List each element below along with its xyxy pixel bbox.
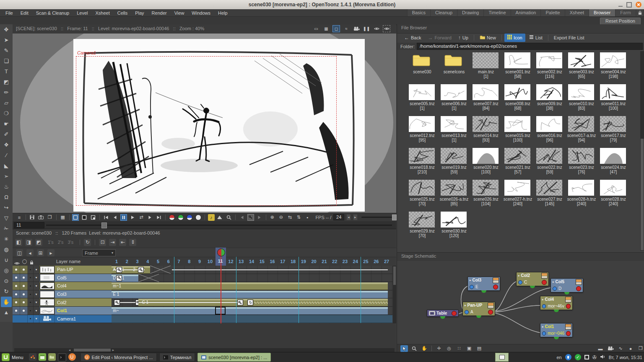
snapshot-icon[interactable] bbox=[38, 214, 44, 221]
layer-lock-toggle[interactable] bbox=[28, 266, 34, 274]
prev-key-button[interactable] bbox=[239, 214, 245, 221]
maximize-button[interactable] bbox=[626, 2, 632, 8]
last-frame-button[interactable] bbox=[156, 214, 162, 221]
schematic-hand-icon[interactable]: ✋ bbox=[421, 345, 428, 352]
layer-name[interactable]: Col3 bbox=[55, 290, 112, 298]
file-item[interactable]: scene021.tnz[57] bbox=[502, 147, 534, 178]
cell-range[interactable] bbox=[112, 282, 388, 290]
layer-row-col5[interactable]: ▾Col5 bbox=[13, 274, 112, 282]
room-tab-browser[interactable]: Browser bbox=[589, 9, 615, 16]
ruler-frame-12[interactable]: 12 bbox=[226, 259, 236, 264]
layer-row-pan-up[interactable]: ▾Pan-UP bbox=[13, 266, 112, 274]
ruler-frame-5[interactable]: 5 bbox=[153, 259, 163, 264]
freeze-icon[interactable]: ❚❚ bbox=[363, 25, 370, 32]
layer-name[interactable]: Col2 bbox=[55, 298, 112, 306]
camera-view-mode-button[interactable] bbox=[72, 214, 79, 221]
ruler-frame-18[interactable]: 18 bbox=[288, 259, 298, 264]
ruler-frame-15[interactable]: 15 bbox=[257, 259, 267, 264]
input-port[interactable] bbox=[470, 285, 474, 289]
fit-view-icon[interactable]: ▣ bbox=[465, 345, 473, 352]
folder-path-field[interactable]: /home/konstantin/1-work/morevna-ep02/sce… bbox=[417, 43, 643, 50]
file-item[interactable]: scene008.tnz[68] bbox=[502, 83, 534, 115]
menu-help[interactable]: Help bbox=[214, 10, 231, 16]
ruler-frame-6[interactable]: 6 bbox=[164, 259, 174, 264]
step-3's[interactable]: 3's bbox=[68, 240, 73, 245]
shield-tray-icon[interactable] bbox=[565, 354, 571, 360]
ruler-frame-14[interactable]: 14 bbox=[247, 259, 257, 264]
viewer-zoom-button[interactable] bbox=[226, 214, 232, 221]
ruler-frame-2[interactable]: 2 bbox=[122, 259, 132, 264]
red-channel-button[interactable] bbox=[169, 214, 175, 221]
repeat-icon[interactable]: ⊡ bbox=[99, 239, 106, 246]
layer-camstand-toggle[interactable] bbox=[20, 274, 28, 282]
new-button[interactable]: New bbox=[477, 34, 499, 42]
fps-spin-up-icon[interactable]: ▸ bbox=[353, 214, 358, 220]
layer-camstand-toggle[interactable] bbox=[20, 298, 28, 306]
file-item[interactable]: scene016.tnz[96] bbox=[534, 115, 566, 147]
iron-tool[interactable]: ▽ bbox=[1, 213, 12, 223]
list-view-button[interactable]: List bbox=[526, 34, 545, 42]
ruler-frame-24[interactable]: 24 bbox=[351, 259, 361, 264]
focus-node-icon[interactable]: ◎ bbox=[445, 345, 453, 352]
schematic-zoom-icon[interactable] bbox=[410, 345, 418, 352]
reset-position-button[interactable]: Reset Position bbox=[600, 18, 641, 25]
layer-view-toggle-icon[interactable]: ◫ bbox=[16, 249, 23, 256]
layer-preview-toggle[interactable] bbox=[13, 298, 20, 306]
forward-button[interactable]: →Forward bbox=[425, 34, 454, 42]
file-item[interactable]: scene027.tnz[145] bbox=[534, 178, 566, 210]
compare-icon[interactable]: ❐ bbox=[47, 214, 53, 221]
layer-thumbnail[interactable] bbox=[40, 291, 55, 298]
zoom-in-button[interactable]: ⊕ bbox=[269, 214, 275, 221]
edit-column-icon[interactable]: ◨ bbox=[25, 239, 32, 246]
track-row-col2[interactable]: C 1↻∿∿∿∿∿∿∿∿∿∿∿∿∿∿∿∿∿∿∿∿∿∿∿∿∿∿∿∿∿∿∿∿∿∿∿∿… bbox=[112, 298, 392, 307]
input-port[interactable] bbox=[553, 287, 557, 291]
layer-preview-toggle[interactable] bbox=[13, 282, 20, 290]
file-item[interactable]: scene025.tnz[70] bbox=[406, 178, 438, 210]
menu-cells[interactable]: Cells bbox=[114, 10, 131, 16]
safe-area-icon[interactable]: ▭ bbox=[312, 25, 320, 32]
skeleton-tool[interactable]: ✳ bbox=[1, 234, 12, 244]
tracker-tool[interactable]: ◎ bbox=[1, 265, 12, 276]
file-item[interactable]: scene013.tnz[1] bbox=[438, 115, 470, 147]
up-button[interactable]: ↑Up bbox=[455, 34, 471, 42]
keyframe-icon[interactable] bbox=[116, 267, 122, 273]
file-item[interactable]: scene002.tnz[116] bbox=[534, 51, 566, 83]
schematic-canvas[interactable]: Table▸Pan-UPA▸Col3E▸Col2C▸Col5D▸Col4mor~… bbox=[397, 261, 644, 344]
playbar-options-icon[interactable]: ≡ bbox=[16, 214, 23, 221]
keyframe-icon[interactable] bbox=[114, 300, 120, 305]
cutter-tool[interactable]: ✁ bbox=[1, 223, 12, 234]
chevron-down-icon[interactable]: ▾ bbox=[34, 266, 39, 274]
set-key-button[interactable] bbox=[247, 214, 254, 221]
ruler-frame-7[interactable]: 7 bbox=[174, 259, 184, 264]
preview-icon[interactable] bbox=[373, 25, 380, 32]
ruler-tool[interactable]: ∕ bbox=[1, 150, 12, 160]
bender-tool[interactable]: ↪ bbox=[1, 202, 12, 213]
rgb-picker-tool[interactable]: ❖ bbox=[1, 140, 12, 150]
cell-range[interactable] bbox=[112, 307, 388, 315]
file-item[interactable]: scene027-h.tnz[240] bbox=[502, 178, 534, 210]
define-subcamera-icon[interactable]: ▦ bbox=[60, 214, 66, 221]
timeline-hscroll-thumb[interactable] bbox=[74, 349, 111, 352]
chevron-down-icon[interactable]: ▾ bbox=[34, 274, 39, 282]
layer-name[interactable]: Col4 bbox=[55, 282, 112, 290]
layer-camstand-toggle[interactable] bbox=[20, 282, 28, 290]
play-button[interactable] bbox=[129, 214, 136, 221]
schematic-node-pan-up[interactable]: ▸Pan-UPA bbox=[462, 302, 495, 316]
layer-dot[interactable] bbox=[28, 315, 34, 323]
ruler-frame-26[interactable]: 26 bbox=[371, 259, 381, 264]
file-item[interactable]: scene023.tnz[76] bbox=[566, 147, 597, 178]
geometric-tool[interactable]: ❏ bbox=[1, 56, 12, 66]
spiral-tray-icon[interactable]: ✇ bbox=[592, 354, 597, 360]
next-frame-button[interactable] bbox=[147, 214, 153, 221]
menu-windows[interactable]: Windows bbox=[188, 10, 214, 16]
next-drawing-icon[interactable]: ▸ bbox=[47, 249, 55, 256]
file-item[interactable]: scene029.tnz[70] bbox=[406, 210, 438, 242]
input-port[interactable] bbox=[518, 280, 522, 284]
minimize-button[interactable] bbox=[618, 6, 623, 7]
fps-slider[interactable] bbox=[361, 217, 396, 218]
layer-preview-toggle[interactable] bbox=[13, 266, 20, 274]
layer-lock-toggle[interactable] bbox=[28, 282, 34, 290]
visibility-badge-icon[interactable] bbox=[493, 277, 499, 283]
edit-in-place-icon[interactable]: ◧ bbox=[15, 239, 22, 246]
soundtrack-button[interactable]: ♪ bbox=[208, 214, 215, 221]
